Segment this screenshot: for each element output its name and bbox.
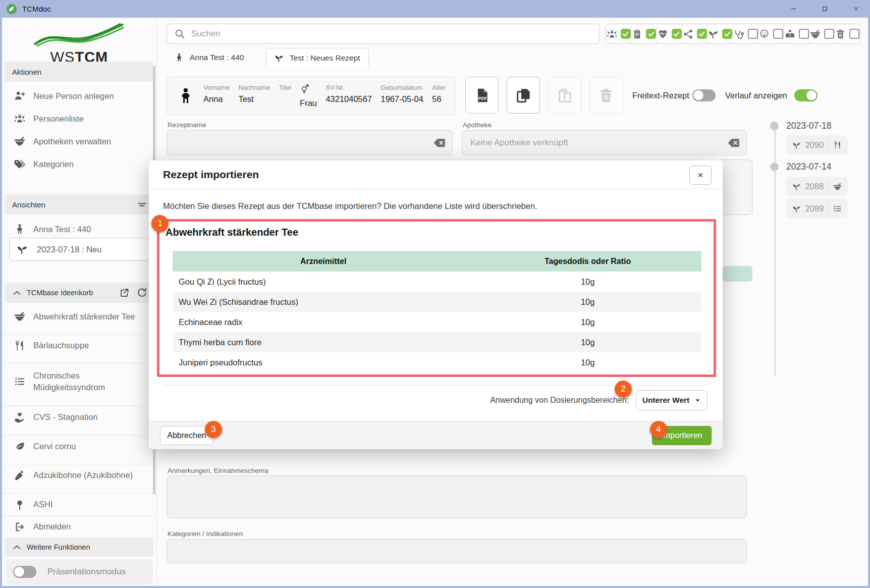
column-header-tagesdosis: Tagesdodis oder Ratio (474, 257, 701, 266)
verlauf-anzeigen-label: Verlauf anzeigen (725, 91, 787, 100)
filter-heart-pulse-checkbox[interactable] (672, 29, 682, 39)
timeline-entry-2090[interactable]: 2090 (786, 135, 848, 154)
tab-label: Test : Neues Rezept (290, 54, 360, 63)
kategorien-textarea[interactable] (167, 540, 746, 563)
filter-share[interactable] (682, 24, 707, 43)
sidebar-item-apotheken[interactable]: Apotheken verwalten (2, 130, 157, 152)
section-header-tcmbase-ideenkorb: TCMbase Ideenkorb (5, 283, 153, 303)
close-button[interactable] (851, 4, 861, 14)
apotheke-input[interactable] (462, 138, 727, 148)
annotation-badge-1: 1 (151, 215, 169, 232)
praesentationsmodus-toggle[interactable] (13, 566, 36, 578)
sidebar-item-neue-person[interactable]: Neue Person anlegen (2, 85, 157, 107)
filter-zunge[interactable] (758, 24, 783, 43)
trash-icon (598, 87, 614, 103)
timeline-entry-2089[interactable]: 2089 (786, 199, 848, 218)
filter-apotheke-checkbox[interactable] (824, 29, 834, 39)
filter-clipboard[interactable] (631, 24, 656, 43)
filter-lesen[interactable] (784, 24, 809, 43)
minimize-button[interactable] (788, 4, 798, 14)
filter-rezepte[interactable] (708, 24, 733, 43)
tab-neues-rezept-active[interactable]: Test : Neues Rezept (266, 48, 369, 67)
freitext-rezept-toggle[interactable] (692, 89, 716, 101)
sidebar-item-abmelden[interactable]: Abmelden (2, 515, 157, 538)
anmerkungen-field (167, 475, 747, 518)
ideenkorb-item-baerlauchsuppe[interactable]: Bärlauchsuppe (2, 334, 157, 356)
search-bar (167, 24, 600, 44)
sort-bars-icon[interactable] (137, 199, 147, 210)
ideenkorb-item-chronisches-muedigkeitssyndrom[interactable]: Chronisches Müdigkeitssyndrom (2, 363, 157, 399)
utensils-icon[interactable] (833, 141, 842, 149)
list-item-label: Cervi cornu (33, 442, 76, 451)
section-header-weitere-funktionen: Weitere Funktionen (5, 538, 153, 557)
person-icon (14, 224, 25, 235)
filter-stethoscope-checkbox[interactable] (748, 29, 758, 39)
sidebar-item-label: Kategorien (33, 159, 74, 169)
external-link-icon[interactable] (119, 287, 130, 298)
filter-stethoscope[interactable] (733, 24, 758, 43)
ideenkorb-item-cvs-stagnation[interactable]: CVS - Stagnation (2, 406, 157, 428)
filter-apotheke[interactable] (809, 24, 834, 43)
list-item-label: Abwehrkraft stärkender Tee (33, 312, 135, 322)
patient-field-alter: Alter56 (432, 84, 446, 108)
ideenkorb-item-adzukibohne[interactable]: Adzukibohne (Azukibohne) (2, 464, 157, 486)
sidebar-item-personenliste[interactable]: Personenliste (2, 108, 157, 130)
table-row: Echinaceae radix10g (173, 312, 701, 332)
chevron-up-icon[interactable] (12, 543, 22, 552)
filter-persons[interactable] (606, 24, 631, 43)
tab-anna-test[interactable]: Anna Test : 440 (167, 48, 252, 67)
list-item-label: CVS - Stagnation (33, 412, 98, 422)
patient-field-titel: Titel (279, 84, 291, 108)
filter-clipboard-checkbox[interactable] (646, 29, 656, 39)
rezeptname-input[interactable] (167, 138, 433, 148)
tab-label: Anna Test : 440 (190, 53, 244, 62)
dialog-close-button[interactable]: × (689, 166, 712, 185)
delete-button[interactable] (589, 77, 623, 114)
filter-lesen-checkbox[interactable] (799, 29, 809, 39)
filter-heart-pulse[interactable] (657, 24, 682, 43)
patient-card: VornameAnna NachnameTest Titel Frau SV-N… (167, 77, 455, 115)
search-input[interactable] (191, 29, 545, 39)
clear-backspace-icon[interactable] (727, 136, 740, 149)
mortar-icon[interactable] (833, 182, 842, 191)
share-icon (683, 29, 693, 39)
search-icon (174, 28, 185, 39)
paste-button[interactable] (548, 77, 581, 114)
sidebar-item-anna-test[interactable]: Anna Test : 440 (2, 218, 157, 240)
filter-persons-checkbox[interactable] (621, 29, 631, 39)
pin-icon (14, 499, 25, 510)
entry-number: 2088 (805, 182, 824, 191)
heart-pulse-icon (658, 29, 668, 39)
window-frame-right (868, 18, 870, 586)
verlauf-anzeigen-toggle[interactable] (794, 89, 818, 101)
list-icon[interactable] (833, 204, 842, 213)
dosierung-dropdown[interactable]: Unterer Wert (636, 390, 708, 410)
leaf-icon (14, 441, 25, 452)
ideenkorb-item-abwehrkraft-tee[interactable]: Abwehrkraft stärkender Tee (2, 305, 157, 328)
filter-rezepte-checkbox[interactable] (722, 29, 732, 39)
clear-backspace-icon[interactable] (433, 136, 446, 149)
anmerkungen-textarea[interactable] (167, 476, 746, 518)
copy-button[interactable] (507, 77, 540, 114)
refresh-icon[interactable] (137, 287, 147, 298)
anmerkungen-label: Anmerkungen, Einnahmeschema (168, 467, 268, 474)
sidebar-item-rezept-neu-selected[interactable]: 2023-07-18 : Neu (9, 238, 149, 261)
filter-geloescht-checkbox[interactable] (849, 29, 859, 39)
filter-share-checkbox[interactable] (697, 29, 707, 39)
table-header-row: Arzneimittel Tagesdodis oder Ratio (173, 251, 701, 272)
ideenkorb-item-ashi[interactable]: ASHI (2, 493, 157, 515)
filter-zunge-checkbox[interactable] (773, 29, 783, 39)
filter-geloescht[interactable] (835, 24, 860, 43)
ideenkorb-item-cervi-cornu[interactable]: Cervi cornu (2, 435, 157, 457)
chevron-up-icon[interactable] (12, 288, 22, 298)
dosierung-selected-value: Unterer Wert (642, 396, 690, 405)
dialog-footer: Abbrechen Importieren (149, 421, 723, 449)
sidebar-item-kategorien[interactable]: Kategorien (2, 153, 157, 175)
maximize-button[interactable] (820, 4, 830, 14)
timeline-entry-2088[interactable]: 2088 (786, 177, 848, 196)
pdf-export-button[interactable]: PDF (465, 77, 499, 114)
utensils-icon (14, 340, 25, 351)
patient-field-svnr: SV-Nr.4321040567 (325, 84, 372, 108)
sidebar-item-label: Abmelden (33, 522, 71, 531)
dialog-message: Möchten Sie dieses Rezept aus der TCMbas… (163, 201, 537, 211)
